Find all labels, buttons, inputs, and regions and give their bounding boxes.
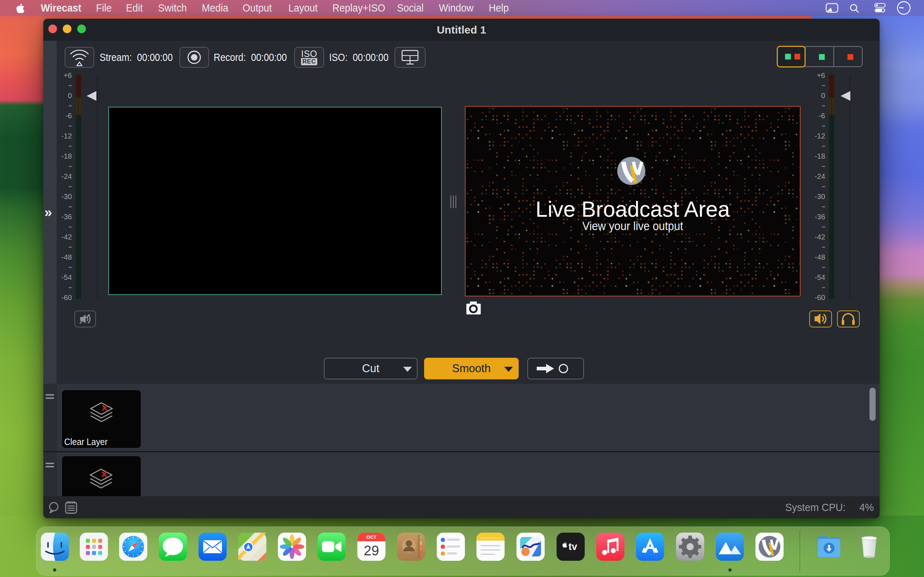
svg-text:-30: -30: [815, 193, 825, 200]
svg-text:-24: -24: [61, 172, 72, 180]
svg-text:-54: -54: [815, 273, 825, 281]
svg-text:-30: -30: [61, 193, 72, 200]
svg-text:-48: -48: [815, 253, 825, 261]
svg-text:+6: +6: [817, 71, 825, 79]
svg-text:-60: -60: [61, 293, 72, 301]
svg-text:tv: tv: [569, 541, 577, 552]
svg-text:-18: -18: [61, 152, 72, 160]
svg-text:-42: -42: [815, 233, 825, 241]
svg-text:0: 0: [821, 92, 825, 100]
svg-text:0: 0: [68, 92, 72, 100]
svg-text:-6: -6: [819, 112, 825, 120]
svg-text:-12: -12: [61, 132, 72, 140]
svg-text:-12: -12: [815, 132, 825, 140]
svg-text:-24: -24: [815, 172, 825, 180]
svg-text:OCT: OCT: [366, 534, 376, 540]
svg-text:-36: -36: [815, 213, 825, 221]
svg-text:+6: +6: [63, 71, 72, 79]
svg-text:-48: -48: [61, 253, 72, 261]
svg-text:-36: -36: [61, 213, 72, 221]
svg-text:29: 29: [364, 543, 379, 558]
svg-text:-18: -18: [815, 152, 825, 160]
svg-text:-60: -60: [815, 293, 825, 301]
svg-text:-54: -54: [61, 273, 72, 281]
svg-text:-6: -6: [65, 112, 72, 120]
svg-text:-42: -42: [61, 233, 72, 241]
